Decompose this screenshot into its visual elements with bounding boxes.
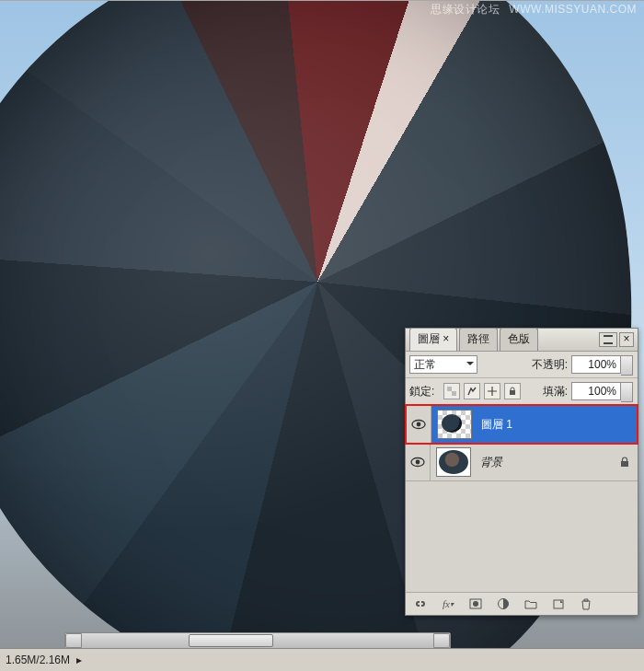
tab-layers-label: 圖層 xyxy=(418,332,440,345)
eye-icon xyxy=(410,457,425,468)
opacity-value: 100% xyxy=(588,358,616,371)
svg-rect-0 xyxy=(447,387,452,391)
layers-panel[interactable]: 圖層 × 路徑 色版 × 正常 不透明: 100% 鎖定: xyxy=(405,328,638,616)
chevron-right-icon[interactable] xyxy=(621,355,633,376)
layer-name[interactable]: 背景 xyxy=(477,455,619,470)
panel-close-button[interactable]: × xyxy=(619,332,634,347)
svg-rect-1 xyxy=(452,391,456,396)
trash-icon[interactable] xyxy=(577,596,595,612)
svg-point-4 xyxy=(417,422,421,427)
lock-pixels-icon[interactable] xyxy=(464,383,480,399)
watermark-url: WWW.MISSYUAN.COM xyxy=(509,3,637,16)
opacity-label: 不透明: xyxy=(532,357,571,373)
opacity-input[interactable]: 100% xyxy=(571,355,621,374)
lock-icon xyxy=(619,457,638,468)
watermark: 思缘设计论坛 WWW.MISSYUAN.COM xyxy=(431,2,637,17)
layers-list: 圖層 1 背景 xyxy=(406,405,638,593)
panel-header: 圖層 × 路徑 色版 × xyxy=(406,329,638,352)
group-icon[interactable] xyxy=(522,596,540,612)
scroll-left-button[interactable] xyxy=(65,633,82,648)
lock-position-icon[interactable] xyxy=(484,383,500,399)
lock-row: 鎖定: 填滿: 100% xyxy=(406,378,638,405)
eye-icon xyxy=(411,419,426,430)
lock-label: 鎖定: xyxy=(409,384,438,399)
status-text: 1.65M/2.16M xyxy=(6,654,70,666)
new-icon[interactable] xyxy=(549,596,568,612)
layer-row[interactable]: 背景 xyxy=(406,444,638,481)
svg-point-6 xyxy=(416,460,420,465)
watermark-cn: 思缘设计论坛 xyxy=(431,3,500,16)
mask-icon[interactable] xyxy=(466,596,485,612)
tab-channels[interactable]: 色版 xyxy=(500,328,538,351)
horizontal-scrollbar[interactable] xyxy=(64,632,451,649)
layers-empty-area[interactable] xyxy=(406,481,638,593)
panel-menu-button[interactable] xyxy=(599,332,617,347)
layer-name[interactable]: 圖層 1 xyxy=(477,417,637,433)
blend-row: 正常 不透明: 100% xyxy=(406,352,638,378)
ruler-top[interactable] xyxy=(0,0,644,1)
panel-footer: fx▾ xyxy=(406,593,638,615)
scroll-thumb[interactable] xyxy=(189,634,273,647)
lock-transparent-icon[interactable] xyxy=(443,383,460,399)
lock-all-icon[interactable] xyxy=(504,383,521,399)
chevron-right-icon[interactable] xyxy=(621,382,633,402)
visibility-toggle[interactable] xyxy=(407,406,431,443)
layer-row[interactable]: 圖層 1 xyxy=(406,405,638,444)
svg-rect-7 xyxy=(621,461,628,467)
fill-value: 100% xyxy=(588,385,616,398)
app-stage: 思缘设计论坛 WWW.MISSYUAN.COM 圖層 × 路徑 色版 × 正常 … xyxy=(0,0,644,671)
status-bar: 1.65M/2.16M ▸ xyxy=(0,648,644,671)
visibility-toggle[interactable] xyxy=(406,444,431,480)
tab-paths[interactable]: 路徑 xyxy=(459,328,498,351)
status-menu-arrow[interactable]: ▸ xyxy=(76,654,82,666)
adjust-icon[interactable] xyxy=(494,596,512,612)
fx-icon[interactable]: fx▾ xyxy=(439,596,457,612)
layer-thumbnail[interactable] xyxy=(437,410,472,439)
scroll-right-button[interactable] xyxy=(433,633,450,648)
layer-thumbnail[interactable] xyxy=(436,447,471,477)
link-icon[interactable] xyxy=(411,596,430,612)
fill-label: 填滿: xyxy=(543,384,571,399)
fill-input[interactable]: 100% xyxy=(571,382,621,400)
blend-mode-select[interactable]: 正常 xyxy=(409,355,477,374)
tab-layers[interactable]: 圖層 × xyxy=(409,328,457,351)
svg-rect-11 xyxy=(554,600,563,608)
hamburger-icon xyxy=(604,335,613,344)
svg-point-9 xyxy=(473,601,478,607)
svg-rect-2 xyxy=(510,390,515,395)
